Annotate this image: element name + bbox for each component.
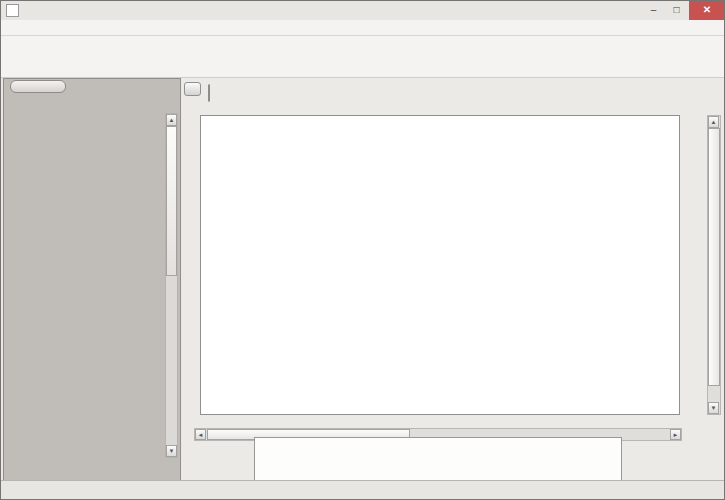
scroll-left-icon[interactable]: ◄	[195, 429, 206, 440]
app-icon	[6, 4, 19, 17]
preferences-button[interactable]	[692, 38, 718, 64]
menu-bar	[1, 20, 724, 36]
close-button[interactable]: ✕	[689, 1, 725, 20]
scroll-down-icon[interactable]: ▼	[708, 402, 719, 414]
wrench-icon	[692, 38, 718, 63]
scrollbar-thumb[interactable]	[166, 126, 177, 276]
title-bar: – □ ✕	[1, 1, 724, 20]
measurements-panel: ▲ ▼	[3, 78, 181, 481]
measurements-scrollbar[interactable]: ▲ ▼	[165, 113, 178, 458]
status-bar	[1, 480, 724, 499]
camera-icon	[184, 82, 201, 96]
spl-phase-plot[interactable]	[200, 115, 680, 415]
scroll-up-icon[interactable]: ▲	[708, 116, 719, 128]
rew-window: – □ ✕ ▲ ▼ ◄	[0, 0, 725, 500]
scroll-up-icon[interactable]: ▲	[166, 114, 177, 126]
graph-area: ◄ ► ▲ ▼	[182, 78, 725, 481]
collapse-button[interactable]	[10, 80, 66, 93]
scroll-right-icon[interactable]: ►	[670, 429, 681, 440]
toolbar	[1, 36, 724, 78]
vertical-scrollbar[interactable]: ▲ ▼	[707, 115, 721, 415]
maximize-button[interactable]: □	[665, 1, 688, 20]
capture-button[interactable]	[177, 82, 207, 96]
trace-legend	[254, 437, 622, 481]
minimize-button[interactable]: –	[642, 1, 665, 20]
scroll-down-icon[interactable]: ▼	[166, 445, 177, 457]
graph-tabs	[208, 84, 210, 102]
v-scrollbar-thumb[interactable]	[708, 128, 720, 386]
